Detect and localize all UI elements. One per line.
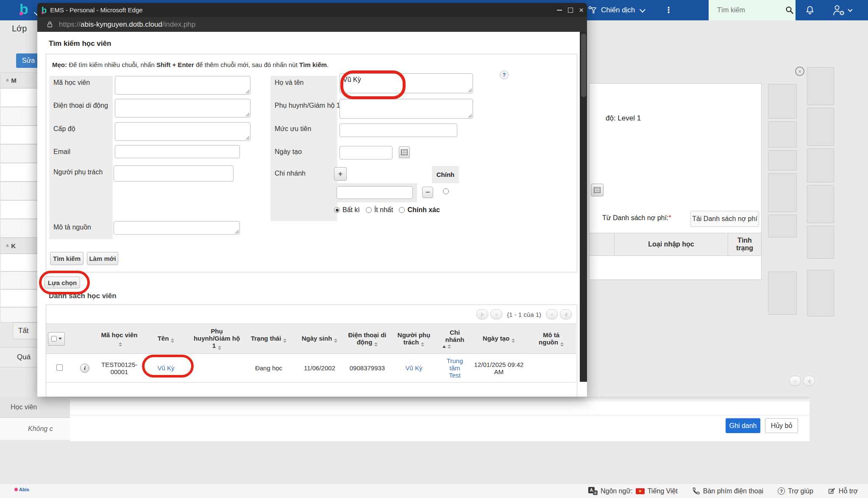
full-name-field[interactable]: Vũ Kỳ bbox=[339, 73, 473, 93]
enroll-button[interactable]: Ghi danh bbox=[726, 418, 760, 433]
dialog-close-icon[interactable]: × bbox=[795, 67, 804, 76]
row-branch-cell[interactable]: Trung tâm Test bbox=[438, 354, 471, 383]
priority-field[interactable] bbox=[339, 123, 457, 137]
email-field[interactable] bbox=[115, 145, 240, 158]
reset-button[interactable]: Làm mới bbox=[87, 252, 118, 265]
left-label-column bbox=[49, 76, 113, 239]
pager-first-button[interactable]: |‹ bbox=[476, 309, 488, 319]
help-icon[interactable]: ? bbox=[500, 70, 509, 79]
phone-keyboard-button[interactable]: Bàn phím điện thoại bbox=[692, 487, 763, 495]
student-row[interactable]: i TEST00125-00001 Vũ Kỳ Đang học 11/06/2… bbox=[46, 354, 576, 383]
branch-field[interactable] bbox=[337, 186, 413, 199]
table-row-fragment bbox=[0, 182, 42, 200]
bg-box bbox=[807, 67, 834, 105]
pager-prev-button[interactable]: ‹ bbox=[490, 309, 502, 319]
pager-next-icon[interactable]: › bbox=[789, 376, 801, 386]
bg-box bbox=[768, 121, 797, 148]
match-any-radio[interactable] bbox=[334, 207, 340, 213]
column-header-name[interactable]: Tên bbox=[142, 324, 190, 354]
table-row-fragment bbox=[0, 88, 42, 107]
notifications-bell-icon[interactable] bbox=[804, 5, 815, 16]
global-search-input[interactable] bbox=[716, 6, 782, 14]
source-description-field[interactable] bbox=[114, 221, 240, 235]
branch-link[interactable]: Trung tâm Test bbox=[447, 357, 463, 379]
student-code-field[interactable] bbox=[115, 76, 250, 95]
row-checkbox[interactable] bbox=[56, 364, 63, 371]
column-header-created[interactable]: Ngày tạo bbox=[471, 324, 526, 354]
student-name-link[interactable]: Vũ Kỳ bbox=[157, 364, 174, 372]
source-description-label: Mô tả nguồn bbox=[53, 224, 91, 231]
assigned-user-link[interactable]: Vũ Kỳ bbox=[405, 364, 422, 372]
cancel-button[interactable]: Hủy bỏ bbox=[765, 418, 798, 433]
sort-icon bbox=[448, 344, 451, 349]
assigned-user-field[interactable] bbox=[114, 165, 234, 182]
app-logo[interactable]: b bbox=[19, 2, 28, 16]
results-panel: |‹ ‹ (1 - 1 của 1) › ›| bbox=[46, 305, 577, 397]
row-select-cell[interactable] bbox=[46, 354, 72, 383]
support-button[interactable]: Hỗ trợ bbox=[828, 487, 858, 495]
select-all-dropdown[interactable] bbox=[48, 332, 65, 346]
search-button[interactable]: Tìm kiếm bbox=[50, 252, 83, 265]
table-row-fragment bbox=[0, 200, 42, 219]
branch-remove-button[interactable]: − bbox=[422, 187, 433, 198]
column-header-status[interactable]: Trạng thái bbox=[243, 324, 294, 354]
bg-right-panel: độ: Level 1 Từ Danh sách nợ phí:* Tải Da… bbox=[589, 83, 762, 280]
row-assigned-cell[interactable]: Vũ Kỳ bbox=[389, 354, 438, 383]
search-icon[interactable] bbox=[785, 6, 794, 15]
dotb-logo-icon: b bbox=[19, 2, 28, 16]
row-mobile: 0908379933 bbox=[345, 354, 389, 383]
branch-primary-radio[interactable] bbox=[443, 188, 449, 194]
match-exact-radio[interactable] bbox=[399, 207, 405, 213]
row-birthdate: 11/06/2002 bbox=[294, 354, 345, 383]
bg-box bbox=[768, 173, 797, 212]
table-row-fragment bbox=[0, 144, 42, 163]
bg-button-fragment[interactable]: Tất bbox=[13, 322, 38, 339]
global-search[interactable] bbox=[709, 0, 796, 20]
column-header-source[interactable]: Mô tả nguồn bbox=[526, 324, 576, 354]
pager-next-button[interactable]: › bbox=[546, 309, 558, 319]
select-all-header[interactable] bbox=[46, 324, 72, 354]
row-source bbox=[526, 354, 576, 383]
more-menu-icon[interactable]: ⋮ bbox=[665, 5, 673, 15]
branch-add-button[interactable]: + bbox=[334, 167, 347, 181]
user-settings-menu[interactable] bbox=[832, 3, 852, 17]
branch-primary-header: Chính bbox=[432, 166, 459, 183]
level-field[interactable] bbox=[115, 122, 250, 141]
bg-empty-row-text: Không c bbox=[0, 418, 70, 440]
select-all-checkbox[interactable] bbox=[51, 336, 57, 341]
sort-icon bbox=[334, 339, 337, 343]
load-fee-list-button[interactable]: Tải Danh sách nợ phí bbox=[690, 211, 759, 227]
column-header-mobile[interactable]: Điện thoại di động bbox=[345, 324, 389, 354]
match-at-least-radio[interactable] bbox=[366, 207, 372, 213]
column-header-assigned[interactable]: Người phụ trách bbox=[389, 324, 438, 354]
date-created-field[interactable] bbox=[339, 146, 392, 159]
row-name-cell[interactable]: Vũ Kỳ bbox=[142, 354, 190, 383]
date-created-calendar-icon[interactable] bbox=[399, 146, 410, 158]
close-button[interactable]: × bbox=[579, 6, 584, 14]
maximize-button[interactable] bbox=[568, 8, 573, 13]
sort-icon bbox=[119, 342, 122, 347]
guardian-field[interactable] bbox=[339, 99, 473, 119]
pager-last-icon[interactable]: ›| bbox=[803, 376, 815, 386]
mobile-field[interactable] bbox=[115, 99, 250, 118]
row-info-cell[interactable]: i bbox=[72, 354, 97, 383]
popup-scrollbar[interactable] bbox=[580, 32, 587, 382]
pager-last-button[interactable]: ›| bbox=[560, 309, 572, 319]
column-header-code[interactable]: Mã học viên bbox=[97, 324, 142, 354]
column-header-birthdate[interactable]: Ngày sinh bbox=[294, 324, 345, 354]
column-header-branch[interactable]: Chi nhánh bbox=[438, 324, 471, 354]
bg-box bbox=[807, 226, 834, 259]
select-button[interactable]: Lựa chọn bbox=[45, 277, 80, 288]
campaign-chevron-down-icon bbox=[640, 7, 645, 13]
language-switcher[interactable]: Aa Ngôn ngữ: ★ Tiếng Việt bbox=[588, 487, 678, 495]
minimize-button[interactable] bbox=[557, 10, 562, 11]
phone-icon bbox=[692, 487, 700, 495]
help-button[interactable]: ? Trợ giúp bbox=[778, 487, 813, 495]
info-icon[interactable]: i bbox=[80, 364, 89, 373]
campaign-menu[interactable]: Chiến dịch bbox=[588, 0, 645, 20]
vietnam-flag-icon: ★ bbox=[636, 488, 645, 494]
status-bar: Aa Ngôn ngữ: ★ Tiếng Việt Bàn phím điện … bbox=[0, 484, 868, 498]
abis-brand[interactable]: Abis bbox=[14, 487, 29, 492]
calendar-icon[interactable] bbox=[591, 184, 604, 196]
column-header-guardian[interactable]: Phụ huynh/Giám hộ 1 bbox=[190, 324, 243, 354]
